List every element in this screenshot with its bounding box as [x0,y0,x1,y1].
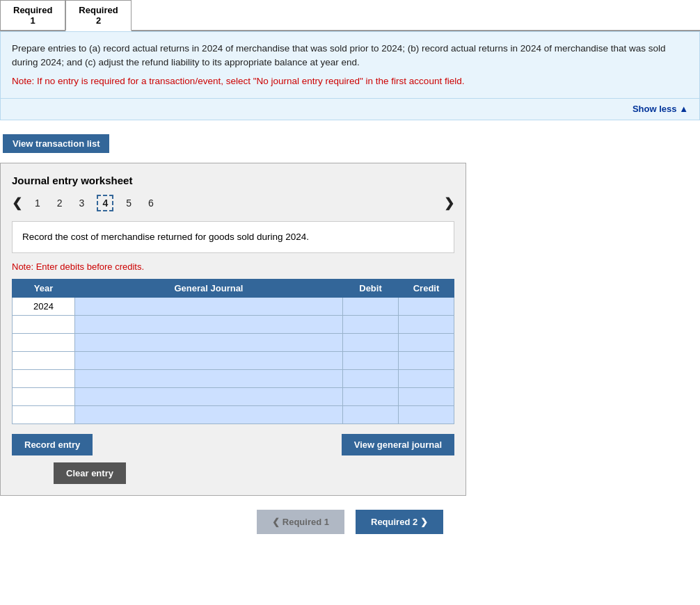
credit-field-1[interactable] [399,298,454,315]
description-box: Prepare entries to (a) record actual ret… [0,31,700,99]
debit-field-6[interactable] [343,388,398,405]
debit-input-5[interactable] [343,370,399,388]
debit-field-1[interactable] [343,298,398,315]
year-cell-1: 2024 [13,298,75,316]
journal-field-1[interactable] [75,298,342,315]
credit-input-7[interactable] [399,406,454,424]
year-cell-7 [13,406,75,424]
prev-required-button[interactable]: ❮ Required 1 [257,510,344,534]
worksheet-container: Journal entry worksheet ❮ 1 2 3 4 5 6 ❯ … [0,163,466,496]
journal-field-6[interactable] [75,388,342,405]
tabs-row: Required 1 Required 2 [0,0,700,31]
debit-input-7[interactable] [343,406,399,424]
journal-field-4[interactable] [75,352,342,369]
next-required-button[interactable]: Required 2 ❯ [356,510,443,534]
journal-field-5[interactable] [75,370,342,387]
nav-page-3[interactable]: 3 [75,196,89,210]
journal-field-7[interactable] [75,406,342,424]
credit-field-7[interactable] [399,406,454,424]
credit-input-4[interactable] [399,352,454,370]
view-general-journal-button[interactable]: View general journal [342,434,454,455]
show-less-link[interactable]: Show less ▲ [633,104,688,114]
debit-input-3[interactable] [343,334,399,352]
credit-input-5[interactable] [399,370,454,388]
nav-page-5[interactable]: 5 [122,196,136,210]
clear-entry-button[interactable]: Clear entry [54,462,126,484]
journal-input-1[interactable] [75,298,343,316]
table-row [13,370,454,388]
credit-field-4[interactable] [399,352,454,369]
journal-input-2[interactable] [75,316,343,334]
debit-field-7[interactable] [343,406,398,424]
debit-input-6[interactable] [343,388,399,406]
nav-page-6[interactable]: 6 [144,196,158,210]
journal-input-7[interactable] [75,406,343,424]
year-cell-3 [13,334,75,352]
col-header-debit: Debit [343,280,399,298]
bottom-nav: ❮ Required 1 Required 2 ❯ [0,510,700,548]
journal-field-2[interactable] [75,316,342,333]
nav-next-arrow[interactable]: ❯ [444,195,454,211]
credit-field-6[interactable] [399,388,454,405]
credit-input-3[interactable] [399,334,454,352]
tab-required-2[interactable]: Required 2 [65,0,131,31]
journal-field-3[interactable] [75,334,342,351]
journal-table: Year General Journal Debit Credit 2024 [12,279,454,424]
nav-page-1[interactable]: 1 [31,196,45,210]
journal-input-5[interactable] [75,370,343,388]
credit-input-2[interactable] [399,316,454,334]
credit-field-3[interactable] [399,334,454,351]
year-cell-2 [13,316,75,334]
view-transaction-button[interactable]: View transaction list [3,134,109,153]
debit-field-3[interactable] [343,334,398,351]
description-note: Note: If no entry is required for a tran… [12,74,688,88]
journal-input-4[interactable] [75,352,343,370]
year-cell-6 [13,388,75,406]
step-description: Record the cost of merchandise returned … [12,221,454,253]
table-row [13,406,454,424]
nav-page-4[interactable]: 4 [97,195,113,211]
debits-note: Note: Enter debits before credits. [12,261,454,272]
worksheet-title: Journal entry worksheet [12,175,454,186]
nav-row: ❮ 1 2 3 4 5 6 ❯ [12,195,454,211]
journal-input-3[interactable] [75,334,343,352]
col-header-credit: Credit [399,280,454,298]
description-main-text: Prepare entries to (a) record actual ret… [12,43,666,67]
debit-input-1[interactable] [343,298,399,316]
credit-input-6[interactable] [399,388,454,406]
debit-input-4[interactable] [343,352,399,370]
debit-field-2[interactable] [343,316,398,333]
tab-required-1[interactable]: Required 1 [0,0,65,30]
col-header-year: Year [13,280,75,298]
table-row [13,316,454,334]
table-row [13,352,454,370]
debit-field-4[interactable] [343,352,398,369]
nav-prev-arrow[interactable]: ❮ [12,195,22,211]
table-row: 2024 [13,298,454,316]
year-cell-4 [13,352,75,370]
table-row [13,388,454,406]
credit-input-1[interactable] [399,298,454,316]
action-buttons-row: Record entry View general journal [12,434,454,455]
credit-field-2[interactable] [399,316,454,333]
debit-input-2[interactable] [343,316,399,334]
journal-input-6[interactable] [75,388,343,406]
record-entry-button[interactable]: Record entry [12,434,93,455]
col-header-journal: General Journal [75,280,343,298]
year-cell-5 [13,370,75,388]
nav-page-2[interactable]: 2 [53,196,67,210]
debit-field-5[interactable] [343,370,398,387]
table-row [13,334,454,352]
show-less-row: Show less ▲ [0,99,700,120]
credit-field-5[interactable] [399,370,454,387]
